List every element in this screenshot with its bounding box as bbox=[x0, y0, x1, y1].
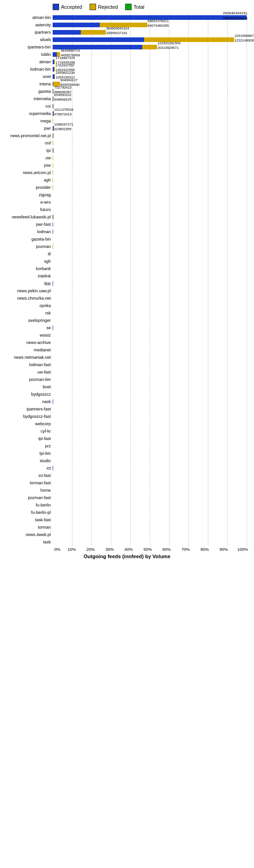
value-label: 1702937557 bbox=[55, 63, 75, 67]
grid-line bbox=[227, 125, 228, 132]
grid-line bbox=[188, 132, 189, 139]
grid-line bbox=[130, 509, 131, 516]
bar-container bbox=[53, 538, 252, 545]
grid-line bbox=[130, 221, 131, 228]
x-label-100%: 100% bbox=[233, 547, 252, 552]
grid-line bbox=[72, 287, 73, 294]
grid-line bbox=[208, 235, 208, 242]
grid-line bbox=[227, 339, 228, 346]
x-label-0%: 0% bbox=[53, 547, 62, 552]
grid-line bbox=[150, 368, 150, 375]
grid-line bbox=[169, 258, 169, 265]
grid-line bbox=[169, 376, 169, 383]
grid-line bbox=[150, 405, 150, 412]
value-label: 384909543104 bbox=[106, 26, 129, 30]
x-label-90%: 90% bbox=[214, 547, 233, 552]
grid-line bbox=[227, 272, 228, 279]
value-label: 122921391504 bbox=[157, 41, 181, 45]
grid-line bbox=[150, 509, 150, 516]
grid-line bbox=[72, 302, 73, 309]
grid-line bbox=[169, 368, 169, 375]
grid-line bbox=[72, 442, 73, 449]
grid-line bbox=[111, 272, 111, 279]
grid-line bbox=[188, 191, 189, 198]
grid-line bbox=[227, 221, 228, 228]
grid-line bbox=[130, 324, 131, 331]
table-row: home bbox=[2, 487, 252, 494]
grid-line bbox=[247, 213, 247, 220]
grid-line bbox=[130, 457, 131, 464]
bar-container bbox=[53, 162, 252, 169]
grid-line bbox=[227, 132, 228, 139]
grid-line bbox=[72, 154, 73, 161]
grid-line bbox=[169, 361, 169, 368]
row-label: news.netmaniak.net bbox=[2, 355, 53, 360]
grid-line bbox=[72, 472, 73, 479]
grid-line bbox=[111, 88, 111, 95]
grid-line bbox=[130, 428, 131, 434]
grid-line bbox=[247, 95, 247, 102]
grid-line bbox=[188, 487, 189, 494]
legend: Accepted Rejected Total bbox=[2, 4, 252, 10]
grid-line bbox=[72, 184, 73, 191]
grid-line bbox=[227, 191, 228, 198]
grid-line bbox=[188, 524, 189, 530]
grid-line bbox=[247, 457, 247, 464]
grid-line bbox=[72, 280, 73, 287]
table-row: newsfeed.lukawski.pl bbox=[2, 213, 252, 220]
grid-line bbox=[91, 213, 92, 220]
table-row: fu-berlin bbox=[2, 501, 252, 508]
grid-line bbox=[169, 391, 169, 398]
grid-line bbox=[130, 420, 131, 427]
grid-line bbox=[150, 95, 150, 102]
grid-line bbox=[169, 176, 169, 183]
grid-line bbox=[130, 501, 131, 508]
bar-rejected bbox=[54, 60, 55, 64]
grid-line bbox=[130, 154, 131, 161]
row-label: lodman-fast bbox=[2, 362, 53, 367]
grid-line bbox=[208, 413, 208, 420]
bar-container bbox=[53, 509, 252, 516]
bar-container bbox=[53, 199, 252, 205]
grid-line bbox=[169, 272, 169, 279]
grid-line bbox=[150, 420, 150, 427]
grid-line bbox=[188, 479, 189, 486]
grid-line bbox=[247, 516, 247, 523]
grid-line bbox=[169, 383, 169, 390]
grid-line bbox=[130, 317, 131, 324]
bar-container bbox=[53, 250, 252, 257]
bar-container: 1098267271223852355 bbox=[53, 125, 252, 132]
grid-line bbox=[72, 332, 73, 338]
row-label: torman-fast bbox=[2, 481, 53, 485]
grid-line bbox=[150, 361, 150, 368]
grid-line bbox=[111, 487, 111, 494]
grid-line bbox=[150, 346, 150, 353]
grid-line bbox=[247, 405, 247, 412]
grid-line bbox=[72, 457, 73, 464]
grid-line bbox=[130, 117, 131, 124]
grid-line bbox=[91, 258, 92, 265]
grid-line bbox=[208, 58, 208, 65]
grid-line bbox=[247, 413, 247, 420]
grid-line bbox=[91, 154, 92, 161]
grid-line bbox=[227, 117, 228, 124]
grid-line bbox=[247, 442, 247, 449]
row-label: gazeta bbox=[2, 89, 53, 94]
grid-line bbox=[247, 80, 247, 87]
grid-line bbox=[188, 391, 189, 398]
grid-line bbox=[227, 265, 228, 272]
grid-line bbox=[208, 361, 208, 368]
row-label: lodman bbox=[2, 229, 53, 234]
grid-line bbox=[150, 413, 150, 420]
x-label-10%: 10% bbox=[62, 547, 81, 552]
grid-line bbox=[227, 29, 228, 36]
row-label: news.4web.pl bbox=[2, 532, 53, 537]
grid-line bbox=[72, 191, 73, 198]
grid-line bbox=[72, 487, 73, 494]
bars: 1011375034476973419 bbox=[53, 111, 54, 116]
row-label: coi bbox=[2, 104, 53, 108]
grid-line bbox=[150, 199, 150, 205]
grid-line bbox=[91, 435, 92, 442]
grid-line bbox=[111, 265, 111, 272]
grid-line bbox=[227, 154, 228, 161]
